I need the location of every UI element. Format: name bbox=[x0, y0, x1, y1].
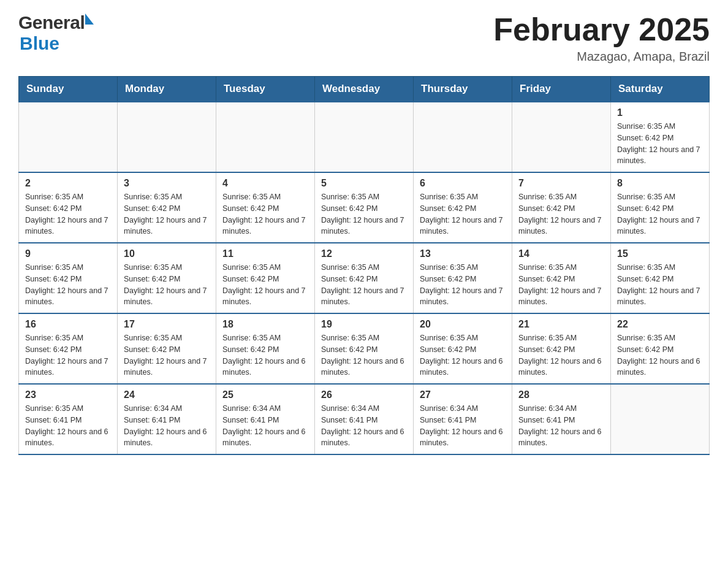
day-info: Sunrise: 6:35 AM Sunset: 6:42 PM Dayligh… bbox=[518, 332, 604, 378]
location-text: Mazagao, Amapa, Brazil bbox=[493, 50, 710, 64]
page-header: General Blue February 2025 Mazagao, Amap… bbox=[18, 12, 710, 64]
calendar-table: SundayMondayTuesdayWednesdayThursdayFrid… bbox=[18, 76, 710, 455]
calendar-cell: 15Sunrise: 6:35 AM Sunset: 6:42 PM Dayli… bbox=[611, 243, 710, 313]
calendar-cell bbox=[19, 102, 118, 172]
day-info: Sunrise: 6:35 AM Sunset: 6:42 PM Dayligh… bbox=[617, 262, 703, 308]
calendar-cell: 24Sunrise: 6:34 AM Sunset: 6:41 PM Dayli… bbox=[118, 384, 216, 454]
calendar-cell bbox=[414, 102, 512, 172]
calendar-cell bbox=[611, 384, 710, 454]
calendar-cell: 28Sunrise: 6:34 AM Sunset: 6:41 PM Dayli… bbox=[512, 384, 611, 454]
day-number: 16 bbox=[25, 319, 111, 330]
calendar-cell: 7Sunrise: 6:35 AM Sunset: 6:42 PM Daylig… bbox=[512, 172, 611, 243]
calendar-cell: 17Sunrise: 6:35 AM Sunset: 6:42 PM Dayli… bbox=[118, 313, 216, 384]
day-number: 19 bbox=[321, 319, 407, 330]
day-of-week-header: Saturday bbox=[611, 77, 710, 102]
day-info: Sunrise: 6:35 AM Sunset: 6:42 PM Dayligh… bbox=[617, 332, 703, 378]
calendar-cell bbox=[118, 102, 216, 172]
day-info: Sunrise: 6:34 AM Sunset: 6:41 PM Dayligh… bbox=[420, 403, 506, 449]
calendar-cell: 14Sunrise: 6:35 AM Sunset: 6:42 PM Dayli… bbox=[512, 243, 611, 313]
logo: General Blue bbox=[18, 12, 94, 54]
day-info: Sunrise: 6:35 AM Sunset: 6:42 PM Dayligh… bbox=[321, 332, 407, 378]
day-number: 23 bbox=[25, 389, 111, 400]
day-of-week-header: Thursday bbox=[414, 77, 512, 102]
calendar-cell: 6Sunrise: 6:35 AM Sunset: 6:42 PM Daylig… bbox=[414, 172, 512, 243]
calendar-header-row: SundayMondayTuesdayWednesdayThursdayFrid… bbox=[19, 77, 710, 102]
day-number: 1 bbox=[617, 107, 703, 118]
day-info: Sunrise: 6:34 AM Sunset: 6:41 PM Dayligh… bbox=[222, 403, 308, 449]
day-info: Sunrise: 6:34 AM Sunset: 6:41 PM Dayligh… bbox=[321, 403, 407, 449]
calendar-cell: 12Sunrise: 6:35 AM Sunset: 6:42 PM Dayli… bbox=[315, 243, 414, 313]
calendar-cell: 20Sunrise: 6:35 AM Sunset: 6:42 PM Dayli… bbox=[414, 313, 512, 384]
calendar-cell: 13Sunrise: 6:35 AM Sunset: 6:42 PM Dayli… bbox=[414, 243, 512, 313]
calendar-cell bbox=[512, 102, 611, 172]
day-number: 21 bbox=[518, 319, 604, 330]
day-number: 3 bbox=[124, 178, 210, 189]
calendar-cell: 22Sunrise: 6:35 AM Sunset: 6:42 PM Dayli… bbox=[611, 313, 710, 384]
day-number: 25 bbox=[222, 389, 308, 400]
calendar-cell: 23Sunrise: 6:35 AM Sunset: 6:41 PM Dayli… bbox=[19, 384, 118, 454]
day-number: 17 bbox=[124, 319, 210, 330]
day-of-week-header: Friday bbox=[512, 77, 611, 102]
day-number: 12 bbox=[321, 248, 407, 259]
day-info: Sunrise: 6:35 AM Sunset: 6:42 PM Dayligh… bbox=[222, 332, 308, 378]
day-info: Sunrise: 6:35 AM Sunset: 6:42 PM Dayligh… bbox=[25, 332, 111, 378]
day-info: Sunrise: 6:35 AM Sunset: 6:42 PM Dayligh… bbox=[321, 191, 407, 237]
day-number: 7 bbox=[518, 178, 604, 189]
day-of-week-header: Sunday bbox=[19, 77, 118, 102]
day-number: 15 bbox=[617, 248, 703, 259]
calendar-cell: 10Sunrise: 6:35 AM Sunset: 6:42 PM Dayli… bbox=[118, 243, 216, 313]
day-info: Sunrise: 6:34 AM Sunset: 6:41 PM Dayligh… bbox=[518, 403, 604, 449]
day-info: Sunrise: 6:35 AM Sunset: 6:42 PM Dayligh… bbox=[124, 262, 210, 308]
day-info: Sunrise: 6:35 AM Sunset: 6:42 PM Dayligh… bbox=[617, 121, 703, 167]
calendar-cell: 5Sunrise: 6:35 AM Sunset: 6:42 PM Daylig… bbox=[315, 172, 414, 243]
day-number: 11 bbox=[222, 248, 308, 259]
calendar-cell: 27Sunrise: 6:34 AM Sunset: 6:41 PM Dayli… bbox=[414, 384, 512, 454]
day-number: 6 bbox=[420, 178, 506, 189]
day-info: Sunrise: 6:35 AM Sunset: 6:42 PM Dayligh… bbox=[25, 262, 111, 308]
day-number: 22 bbox=[617, 319, 703, 330]
day-info: Sunrise: 6:35 AM Sunset: 6:42 PM Dayligh… bbox=[124, 191, 210, 237]
day-number: 26 bbox=[321, 389, 407, 400]
day-number: 28 bbox=[518, 389, 604, 400]
calendar-cell: 26Sunrise: 6:34 AM Sunset: 6:41 PM Dayli… bbox=[315, 384, 414, 454]
day-number: 24 bbox=[124, 389, 210, 400]
logo-general-text: General bbox=[18, 12, 85, 33]
day-number: 18 bbox=[222, 319, 308, 330]
logo-arrow-icon bbox=[85, 13, 94, 25]
title-area: February 2025 Mazagao, Amapa, Brazil bbox=[493, 12, 710, 64]
day-info: Sunrise: 6:35 AM Sunset: 6:41 PM Dayligh… bbox=[25, 403, 111, 449]
calendar-cell: 21Sunrise: 6:35 AM Sunset: 6:42 PM Dayli… bbox=[512, 313, 611, 384]
day-of-week-header: Wednesday bbox=[315, 77, 414, 102]
calendar-cell bbox=[216, 102, 315, 172]
day-info: Sunrise: 6:35 AM Sunset: 6:42 PM Dayligh… bbox=[420, 332, 506, 378]
day-info: Sunrise: 6:35 AM Sunset: 6:42 PM Dayligh… bbox=[518, 262, 604, 308]
calendar-cell: 3Sunrise: 6:35 AM Sunset: 6:42 PM Daylig… bbox=[118, 172, 216, 243]
day-info: Sunrise: 6:35 AM Sunset: 6:42 PM Dayligh… bbox=[222, 191, 308, 237]
month-title: February 2025 bbox=[493, 12, 710, 47]
day-info: Sunrise: 6:34 AM Sunset: 6:41 PM Dayligh… bbox=[124, 403, 210, 449]
calendar-cell: 18Sunrise: 6:35 AM Sunset: 6:42 PM Dayli… bbox=[216, 313, 315, 384]
day-info: Sunrise: 6:35 AM Sunset: 6:42 PM Dayligh… bbox=[518, 191, 604, 237]
day-info: Sunrise: 6:35 AM Sunset: 6:42 PM Dayligh… bbox=[420, 191, 506, 237]
day-info: Sunrise: 6:35 AM Sunset: 6:42 PM Dayligh… bbox=[25, 191, 111, 237]
day-of-week-header: Monday bbox=[118, 77, 216, 102]
calendar-cell: 16Sunrise: 6:35 AM Sunset: 6:42 PM Dayli… bbox=[19, 313, 118, 384]
calendar-cell: 1Sunrise: 6:35 AM Sunset: 6:42 PM Daylig… bbox=[611, 102, 710, 172]
day-number: 27 bbox=[420, 389, 506, 400]
calendar-cell: 25Sunrise: 6:34 AM Sunset: 6:41 PM Dayli… bbox=[216, 384, 315, 454]
calendar-cell: 19Sunrise: 6:35 AM Sunset: 6:42 PM Dayli… bbox=[315, 313, 414, 384]
logo-blue-text: Blue bbox=[20, 33, 59, 53]
day-number: 20 bbox=[420, 319, 506, 330]
calendar-cell: 4Sunrise: 6:35 AM Sunset: 6:42 PM Daylig… bbox=[216, 172, 315, 243]
calendar-cell: 11Sunrise: 6:35 AM Sunset: 6:42 PM Dayli… bbox=[216, 243, 315, 313]
day-number: 13 bbox=[420, 248, 506, 259]
calendar-cell: 2Sunrise: 6:35 AM Sunset: 6:42 PM Daylig… bbox=[19, 172, 118, 243]
calendar-cell: 9Sunrise: 6:35 AM Sunset: 6:42 PM Daylig… bbox=[19, 243, 118, 313]
day-info: Sunrise: 6:35 AM Sunset: 6:42 PM Dayligh… bbox=[420, 262, 506, 308]
day-number: 5 bbox=[321, 178, 407, 189]
day-number: 2 bbox=[25, 178, 111, 189]
calendar-cell bbox=[315, 102, 414, 172]
calendar-week-row: 9Sunrise: 6:35 AM Sunset: 6:42 PM Daylig… bbox=[19, 243, 710, 313]
calendar-week-row: 16Sunrise: 6:35 AM Sunset: 6:42 PM Dayli… bbox=[19, 313, 710, 384]
day-number: 14 bbox=[518, 248, 604, 259]
